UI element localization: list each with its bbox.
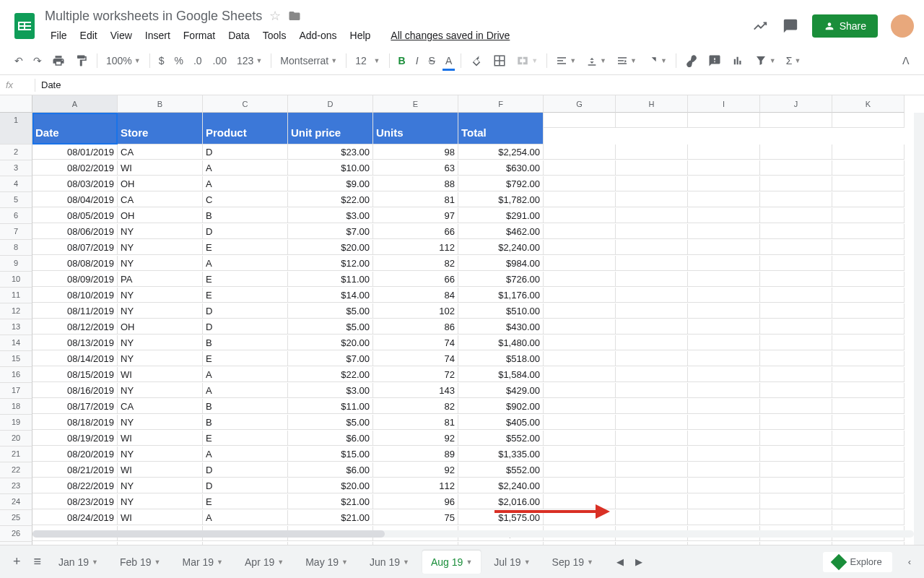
empty-cell[interactable]	[832, 478, 905, 493]
cell-store[interactable]: OH	[118, 208, 203, 223]
cell-units[interactable]: 81	[373, 192, 458, 207]
empty-cell[interactable]	[760, 462, 832, 478]
empty-cell[interactable]	[688, 510, 760, 525]
cell-date[interactable]: 08/02/2019	[32, 160, 118, 176]
empty-cell[interactable]	[688, 176, 760, 191]
empty-cell[interactable]	[688, 272, 760, 287]
cell-total[interactable]: $462.00	[458, 224, 544, 239]
empty-cell[interactable]	[544, 208, 616, 223]
cell-unit-price[interactable]: $22.00	[288, 192, 373, 207]
cell-store[interactable]: WI	[118, 160, 203, 176]
cell-product[interactable]: D	[203, 462, 288, 478]
cell-date[interactable]: 08/22/2019	[32, 478, 118, 493]
filter-icon[interactable]: ▼	[750, 51, 780, 70]
empty-cell[interactable]	[616, 160, 688, 176]
cell-units[interactable]: 112	[373, 478, 458, 493]
cell-product[interactable]: E	[203, 288, 288, 303]
empty-cell[interactable]	[760, 208, 832, 223]
row-header-8[interactable]: 8	[0, 240, 32, 256]
empty-cell[interactable]	[616, 462, 688, 478]
cell-date[interactable]: 08/08/2019	[32, 256, 118, 271]
col-header-H[interactable]: H	[616, 95, 688, 113]
cell-store[interactable]: CA	[118, 399, 203, 414]
cell-store[interactable]: NY	[118, 240, 203, 255]
row-header-10[interactable]: 10	[0, 272, 32, 288]
empty-cell[interactable]	[688, 224, 760, 239]
row-header-19[interactable]: 19	[0, 415, 32, 431]
cell-product[interactable]: D	[203, 319, 288, 335]
italic-button[interactable]: I	[411, 52, 423, 69]
sheet-tab[interactable]: Apr 19▼	[236, 551, 292, 574]
cell-unit-price[interactable]: $20.00	[288, 335, 373, 350]
cell-product[interactable]: D	[203, 224, 288, 239]
empty-cell[interactable]	[760, 288, 832, 303]
cell-units[interactable]: 86	[373, 319, 458, 335]
sheet-tab[interactable]: Jun 19▼	[361, 551, 418, 574]
empty-cell[interactable]	[832, 415, 905, 430]
cell-store[interactable]: WI	[118, 367, 203, 382]
row-header-21[interactable]: 21	[0, 447, 32, 462]
cell-product[interactable]: A	[203, 383, 288, 398]
text-color-button[interactable]: A	[441, 52, 456, 69]
cell-date[interactable]: 08/12/2019	[32, 319, 118, 335]
paint-format-icon[interactable]	[71, 51, 92, 70]
col-header-I[interactable]: I	[688, 95, 760, 113]
cell-total[interactable]: $1,480.00	[458, 335, 544, 350]
empty-cell[interactable]	[688, 478, 760, 493]
empty-cell[interactable]	[688, 383, 760, 398]
cell-units[interactable]: 81	[373, 415, 458, 430]
cell-store[interactable]: NY	[118, 494, 203, 509]
cell-total[interactable]: $902.00	[458, 399, 544, 414]
cell-date[interactable]: 08/11/2019	[32, 303, 118, 319]
empty-cell[interactable]	[760, 494, 832, 509]
cell-unit-price[interactable]: $23.00	[288, 144, 373, 160]
cell-units[interactable]: 82	[373, 399, 458, 414]
empty-cell[interactable]	[760, 113, 832, 128]
user-avatar[interactable]	[891, 14, 914, 38]
cell-unit-price[interactable]: $20.00	[288, 478, 373, 493]
row-header-22[interactable]: 22	[0, 462, 32, 478]
row-header-1[interactable]: 1	[0, 113, 32, 144]
cell-total[interactable]: $430.00	[458, 319, 544, 335]
cell-units[interactable]: 88	[373, 176, 458, 191]
cell-product[interactable]: A	[203, 160, 288, 176]
empty-cell[interactable]	[688, 415, 760, 430]
empty-cell[interactable]	[760, 367, 832, 382]
empty-cell[interactable]	[544, 272, 616, 287]
sheet-tab[interactable]: May 19▼	[297, 551, 357, 574]
empty-cell[interactable]	[760, 160, 832, 176]
cell-store[interactable]: NY	[118, 303, 203, 319]
empty-cell[interactable]	[616, 399, 688, 414]
undo-icon[interactable]: ↶	[10, 52, 27, 69]
col-header-F[interactable]: F	[458, 95, 544, 113]
cell-total[interactable]: $510.00	[458, 303, 544, 319]
header-cell[interactable]: Product	[203, 113, 288, 144]
empty-cell[interactable]	[832, 494, 905, 509]
cell-unit-price[interactable]: $5.00	[288, 303, 373, 319]
cell-units[interactable]: 143	[373, 383, 458, 398]
empty-cell[interactable]	[760, 478, 832, 493]
cell-store[interactable]: NY	[118, 288, 203, 303]
cell-product[interactable]: A	[203, 176, 288, 191]
cell-total[interactable]: $1,584.00	[458, 367, 544, 382]
redo-icon[interactable]: ↷	[29, 52, 46, 69]
cell-total[interactable]: $984.00	[458, 256, 544, 271]
cell-store[interactable]: NY	[118, 478, 203, 493]
empty-cell[interactable]	[616, 256, 688, 271]
cell-store[interactable]: WI	[118, 431, 203, 446]
sheet-tab[interactable]: Jan 19▼	[50, 551, 107, 574]
empty-cell[interactable]	[832, 510, 905, 525]
cell-unit-price[interactable]: $11.00	[288, 399, 373, 414]
row-header-16[interactable]: 16	[0, 367, 32, 383]
empty-cell[interactable]	[832, 224, 905, 239]
cell-units[interactable]: 84	[373, 288, 458, 303]
cell-total[interactable]: $630.00	[458, 160, 544, 176]
font-dropdown[interactable]: Montserrat ▼	[276, 52, 341, 69]
empty-cell[interactable]	[688, 351, 760, 366]
cell-units[interactable]: 74	[373, 335, 458, 350]
cell-total[interactable]: $2,240.00	[458, 240, 544, 255]
empty-cell[interactable]	[688, 303, 760, 319]
header-cell[interactable]: Store	[118, 113, 203, 144]
sheet-tab[interactable]: Aug 19▼	[422, 551, 481, 574]
empty-cell[interactable]	[544, 447, 616, 462]
